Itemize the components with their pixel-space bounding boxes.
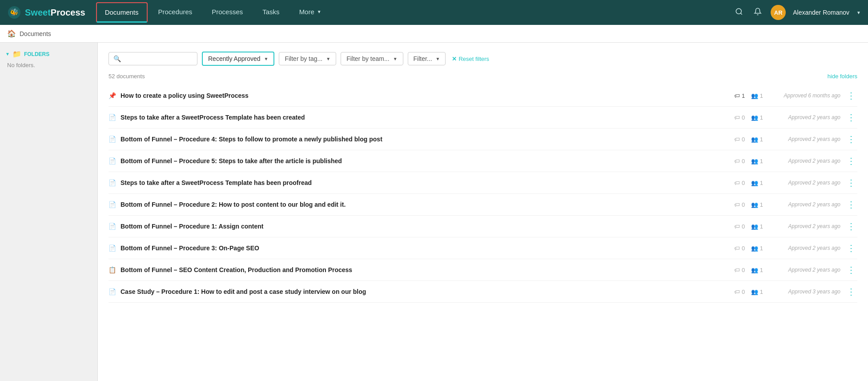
user-menu-chevron-icon[interactable]: ▼ bbox=[856, 10, 861, 15]
doc-title[interactable]: Bottom of Funnel – Procedure 1: Assign c… bbox=[121, 223, 730, 230]
table-row: 📋 Bottom of Funnel – SEO Content Creatio… bbox=[108, 259, 857, 281]
filter-dropdown[interactable]: Filter... ▼ bbox=[408, 52, 446, 65]
doc-type-icon: 📋 bbox=[108, 266, 116, 273]
doc-more-button[interactable]: ⋮ bbox=[845, 199, 857, 210]
folders-label: FOLDERS bbox=[24, 51, 49, 57]
breadcrumb: 🏠 Documents bbox=[0, 25, 868, 43]
doc-more-button[interactable]: ⋮ bbox=[845, 134, 857, 144]
doc-type-icon: 📄 bbox=[108, 201, 116, 208]
team-icon: 👥 1 bbox=[751, 289, 763, 295]
team-icon: 👥 1 bbox=[751, 158, 763, 164]
team-icon: 👥 1 bbox=[751, 92, 763, 99]
notifications-button[interactable] bbox=[752, 6, 764, 20]
doc-title[interactable]: Bottom of Funnel – Procedure 2: How to p… bbox=[121, 201, 730, 208]
doc-type-icon: 📌 bbox=[108, 92, 116, 99]
search-button[interactable] bbox=[733, 6, 745, 20]
svg-text:🐝: 🐝 bbox=[10, 8, 19, 16]
filter-approved-dropdown[interactable]: Recently Approved ▼ bbox=[202, 52, 274, 66]
doc-meta: 🏷 0 👥 1 Approved 2 years ago bbox=[734, 223, 840, 230]
doc-meta: 🏷 0 👥 1 Approved 2 years ago bbox=[734, 114, 840, 121]
tag-chevron-icon: ▼ bbox=[326, 56, 330, 61]
search-input[interactable] bbox=[124, 55, 193, 62]
doc-title[interactable]: Bottom of Funnel – Procedure 4: Steps to… bbox=[121, 136, 730, 143]
doc-meta: 🏷 0 👥 1 Approved 3 years ago bbox=[734, 289, 840, 295]
doc-title[interactable]: Bottom of Funnel – SEO Content Creation,… bbox=[121, 266, 730, 273]
reset-x-icon: ✕ bbox=[452, 56, 457, 62]
filter-tag-dropdown[interactable]: Filter by tag... ▼ bbox=[279, 52, 336, 65]
approved-time: Approved 3 years ago bbox=[769, 289, 840, 295]
tag-icon: 🏷 0 bbox=[734, 158, 745, 164]
nav-procedures[interactable]: Procedures bbox=[149, 1, 201, 24]
doc-title[interactable]: Steps to take after a SweetProcess Templ… bbox=[121, 179, 730, 186]
team-icon: 👥 1 bbox=[751, 201, 763, 208]
approved-time: Approved 2 years ago bbox=[769, 201, 840, 208]
filter-tag-label: Filter by tag... bbox=[285, 55, 322, 62]
approved-time: Approved 6 months ago bbox=[769, 92, 840, 99]
doc-type-icon: 📄 bbox=[108, 136, 116, 143]
nav-processes[interactable]: Processes bbox=[203, 1, 252, 24]
team-icon: 👥 1 bbox=[751, 267, 763, 273]
brand-icon: 🐝 bbox=[7, 5, 21, 20]
team-icon: 👥 1 bbox=[751, 245, 763, 252]
doc-meta: 🏷 0 👥 1 Approved 2 years ago bbox=[734, 136, 840, 143]
doc-title[interactable]: Steps to take after a SweetProcess Templ… bbox=[121, 114, 730, 121]
hide-folders-link[interactable]: hide folders bbox=[828, 73, 857, 80]
team-icon: 👥 1 bbox=[751, 180, 763, 186]
doc-title[interactable]: Bottom of Funnel – Procedure 3: On-Page … bbox=[121, 245, 730, 252]
team-icon: 👥 1 bbox=[751, 114, 763, 121]
doc-type-icon: 📄 bbox=[108, 179, 116, 186]
reset-filters-button[interactable]: ✕ Reset filters bbox=[450, 53, 491, 65]
table-row: 📄 Bottom of Funnel – Procedure 1: Assign… bbox=[108, 216, 857, 237]
search-box[interactable]: 🔍 bbox=[108, 52, 197, 65]
doc-type-icon: 📄 bbox=[108, 114, 116, 121]
nav-tasks[interactable]: Tasks bbox=[253, 1, 288, 24]
doc-more-button[interactable]: ⋮ bbox=[845, 112, 857, 123]
tag-icon: 🏷 0 bbox=[734, 201, 745, 208]
doc-title[interactable]: Bottom of Funnel – Procedure 5: Steps to… bbox=[121, 157, 730, 164]
doc-more-button[interactable]: ⋮ bbox=[845, 243, 857, 253]
nav-more[interactable]: More ▼ bbox=[290, 1, 330, 24]
user-name: Alexander Romanov bbox=[793, 9, 849, 16]
approved-time: Approved 2 years ago bbox=[769, 114, 840, 120]
filter-chevron-icon: ▼ bbox=[436, 56, 440, 61]
doc-type-icon: 📄 bbox=[108, 245, 116, 252]
folders-chevron-icon: ▼ bbox=[5, 52, 10, 56]
filter-approved-label: Recently Approved bbox=[208, 55, 261, 62]
sidebar-folders-header[interactable]: ▼ 📁 FOLDERS bbox=[5, 50, 92, 58]
doc-title[interactable]: Case Study – Procedure 1: How to edit an… bbox=[121, 288, 730, 295]
user-avatar[interactable]: AR bbox=[771, 5, 786, 20]
tag-icon: 🏷 0 bbox=[734, 223, 745, 230]
approved-time: Approved 2 years ago bbox=[769, 267, 840, 273]
doc-more-button[interactable]: ⋮ bbox=[845, 265, 857, 275]
nav-documents[interactable]: Documents bbox=[96, 2, 148, 23]
table-row: 📄 Steps to take after a SweetProcess Tem… bbox=[108, 107, 857, 128]
more-chevron-icon: ▼ bbox=[317, 9, 321, 14]
team-icon: 👥 1 bbox=[751, 136, 763, 143]
reset-filters-label: Reset filters bbox=[458, 56, 489, 62]
doc-count: 52 documents bbox=[108, 73, 145, 80]
doc-more-button[interactable]: ⋮ bbox=[845, 156, 857, 166]
doc-meta: 🏷 1 👥 1 Approved 6 months ago bbox=[734, 92, 840, 99]
tag-icon: 🏷 0 bbox=[734, 114, 745, 121]
doc-more-button[interactable]: ⋮ bbox=[845, 221, 857, 232]
document-list: 📌 How to create a policy using SweetProc… bbox=[108, 85, 857, 303]
filter-team-label: Filter by team... bbox=[346, 55, 389, 62]
brand-logo[interactable]: 🐝 SweetProcess bbox=[7, 5, 85, 20]
doc-meta: 🏷 0 👥 1 Approved 2 years ago bbox=[734, 201, 840, 208]
doc-more-button[interactable]: ⋮ bbox=[845, 90, 857, 101]
main-layout: ▼ 📁 FOLDERS No folders. 🔍 Recently Appro… bbox=[0, 43, 868, 381]
doc-more-button[interactable]: ⋮ bbox=[845, 177, 857, 188]
breadcrumb-label: Documents bbox=[20, 30, 51, 37]
team-icon: 👥 1 bbox=[751, 223, 763, 230]
doc-meta: 🏷 0 👥 1 Approved 2 years ago bbox=[734, 180, 840, 186]
doc-more-button[interactable]: ⋮ bbox=[845, 286, 857, 297]
sidebar: ▼ 📁 FOLDERS No folders. bbox=[0, 43, 98, 381]
brand-name: SweetProcess bbox=[25, 8, 85, 18]
nav-links: Documents Procedures Processes Tasks Mor… bbox=[96, 1, 734, 24]
doc-title[interactable]: How to create a policy using SweetProces… bbox=[121, 92, 730, 99]
table-row: 📄 Bottom of Funnel – Procedure 2: How to… bbox=[108, 194, 857, 216]
navbar: 🐝 SweetProcess Documents Procedures Proc… bbox=[0, 0, 868, 25]
approved-time: Approved 2 years ago bbox=[769, 180, 840, 186]
filter-team-dropdown[interactable]: Filter by team... ▼ bbox=[341, 52, 403, 65]
tag-icon: 🏷 0 bbox=[734, 136, 745, 143]
